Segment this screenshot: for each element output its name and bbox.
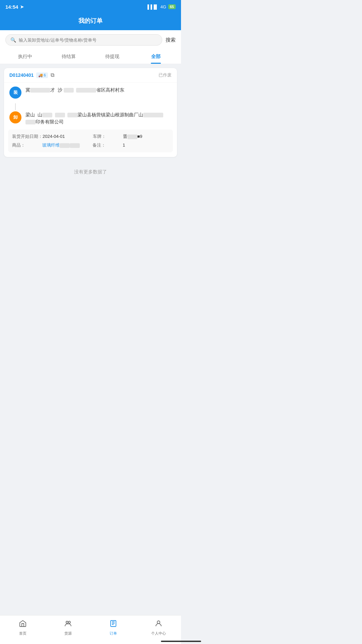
tab-pending-settle[interactable]: 待结算	[47, 50, 90, 64]
copy-icon[interactable]: ⧉	[51, 72, 54, 78]
order-details: 装货开始日期： 2024-04-01 车牌： 晋■9 商品： 玻璃纤维 备注： …	[8, 129, 173, 152]
order-status: 已作废	[159, 72, 172, 78]
tab-all[interactable]: 全部	[134, 50, 178, 64]
order-card: D01240401 🚚 6 ⧉ 已作废 装 冀才 沙 省区高村村东 卸	[4, 68, 177, 157]
status-bar: 14:54 ➤ ▐▐▐▌ 4G 65	[0, 0, 181, 13]
load-date-label: 装货开始日期：	[12, 133, 43, 140]
unload-route-item: 卸 梁山 山 梁山县杨营镇梁山根源制曲厂山印务有限公司	[9, 111, 172, 125]
status-right: ▐▐▐▌ 4G 65	[146, 4, 176, 9]
remark-label: 备注：	[93, 142, 123, 148]
order-tag-count: 6	[44, 73, 46, 77]
search-input[interactable]	[19, 38, 157, 43]
search-bar: 🔍 搜索	[0, 30, 181, 50]
truck-icon: 🚚	[38, 73, 43, 77]
load-date-row: 装货开始日期： 2024-04-01 车牌： 晋■9	[12, 133, 169, 140]
route-connector	[15, 103, 16, 110]
page-title: 我的订单	[78, 17, 103, 24]
tab-pending-withdraw[interactable]: 待提现	[90, 50, 134, 64]
goods-label: 商品：	[12, 142, 42, 148]
order-tabs: 执行中 待结算 待提现 全部	[0, 50, 181, 64]
order-card-header: D01240401 🚚 6 ⧉ 已作废	[4, 68, 177, 83]
remark-value: 1	[123, 143, 169, 148]
search-icon: 🔍	[10, 37, 16, 43]
load-date-value: 2024-04-01	[43, 134, 89, 139]
load-address: 冀才 沙 省区高村村东	[25, 87, 172, 94]
search-input-wrap[interactable]: 🔍	[5, 34, 162, 46]
order-list: D01240401 🚚 6 ⧉ 已作废 装 冀才 沙 省区高村村东 卸	[0, 64, 181, 265]
load-route-item: 装 冀才 沙 省区高村村东	[9, 87, 172, 99]
status-time: 14:54	[5, 4, 18, 10]
location-icon: ➤	[20, 4, 24, 9]
page-header: 我的订单	[0, 13, 181, 30]
signal-icon: ▐▐▐▌	[146, 4, 159, 9]
goods-row: 商品： 玻璃纤维 备注： 1	[12, 142, 169, 148]
tab-executing[interactable]: 执行中	[3, 50, 47, 64]
order-route: 装 冀才 沙 省区高村村东 卸 梁山 山 梁山县杨营镇梁山根源制曲厂山印务有限公…	[4, 83, 177, 129]
battery-indicator: 65	[168, 4, 176, 9]
order-tag: 🚚 6	[36, 72, 48, 78]
search-button[interactable]: 搜索	[166, 37, 176, 43]
order-id[interactable]: D01240401	[9, 72, 34, 78]
order-id-wrap: D01240401 🚚 6 ⧉	[9, 72, 54, 78]
unload-address: 梁山 山 梁山县杨营镇梁山根源制曲厂山印务有限公司	[25, 111, 172, 125]
status-time-wrap: 14:54 ➤	[5, 4, 24, 10]
plate-label: 车牌：	[93, 133, 123, 140]
unload-badge: 卸	[9, 111, 21, 123]
goods-value[interactable]: 玻璃纤维	[42, 142, 88, 148]
no-more-data: 没有更多数据了	[4, 161, 177, 183]
load-badge: 装	[9, 87, 21, 99]
network-type: 4G	[160, 4, 166, 9]
plate-value: 晋■9	[123, 133, 169, 140]
